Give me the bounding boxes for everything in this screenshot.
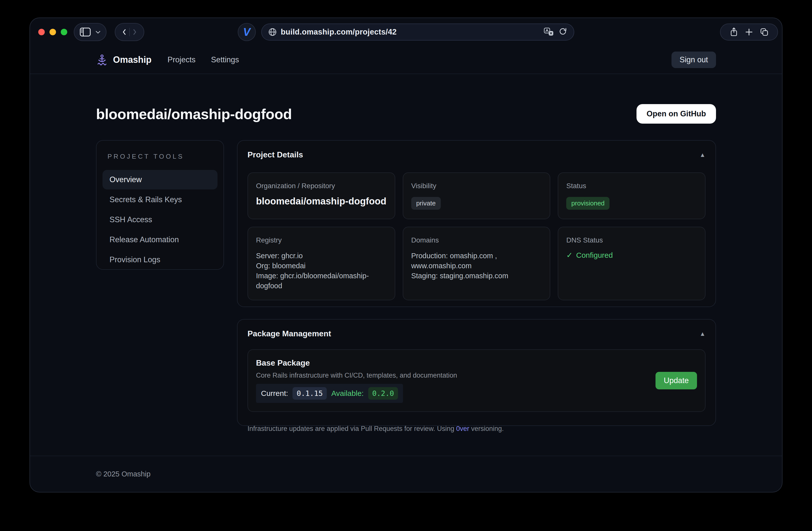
sidebar-item-ssh-access[interactable]: SSH Access (102, 210, 218, 229)
sidebar-item-secrets-rails-keys[interactable]: Secrets & Rails Keys (102, 190, 218, 209)
update-button[interactable]: Update (655, 372, 697, 389)
history-nav-group (115, 23, 144, 41)
sidebar-panel-icon (80, 28, 91, 37)
share-button[interactable] (730, 27, 738, 37)
registry-card: Registry Server: ghcr.io Org: bloomedai … (247, 227, 395, 300)
base-package-description: Core Rails infrastructure with CI/CD, te… (256, 372, 648, 379)
favicon-letter: V (243, 26, 250, 38)
open-on-github-button[interactable]: Open on GitHub (637, 104, 716, 124)
status-badge: provisioned (566, 197, 609, 210)
globe-icon (268, 28, 277, 36)
copyright-text: © 2025 Omaship (96, 470, 150, 478)
sidebar-header: PROJECT TOOLS (107, 153, 218, 160)
page-content: bloomedai/omaship-dogfood Open on GitHub… (30, 74, 782, 456)
sidebar-item-provision-logs[interactable]: Provision Logs (102, 250, 218, 269)
project-details-title: Project Details (247, 150, 303, 159)
org-repo-label: Organization / Repository (256, 182, 387, 190)
project-tools-sidebar: PROJECT TOOLS Overview Secrets & Rails K… (96, 140, 224, 270)
window-controls (38, 29, 67, 35)
dns-status-value: Configured (576, 251, 613, 260)
new-tab-button[interactable] (745, 28, 753, 36)
domains-label: Domains (411, 236, 542, 244)
visibility-label: Visibility (411, 182, 542, 190)
anchor-logo-icon (96, 54, 108, 66)
current-version-chip: 0.1.15 (292, 387, 327, 400)
forward-button[interactable] (133, 29, 137, 35)
close-window-button[interactable] (38, 29, 45, 35)
domains-staging: Staging: staging.omaship.com (411, 271, 542, 281)
package-note: Infrastructure updates are applied via P… (247, 425, 706, 433)
translate-icon[interactable] (544, 28, 554, 37)
project-details-panel: Project Details ▲ Organization / Reposit… (237, 140, 716, 307)
tab-actions-group (720, 24, 778, 41)
registry-org: Org: bloomedai (256, 261, 387, 271)
version-strip: Current: 0.1.15 Available: 0.2.0 (256, 384, 403, 403)
divider (129, 28, 130, 36)
dns-status-label: DNS Status (566, 236, 697, 244)
package-management-title: Package Management (247, 329, 331, 338)
status-card: Status provisioned (558, 172, 706, 219)
app-footer: © 2025 Omaship (30, 456, 782, 492)
brand-name: Omaship (113, 55, 151, 65)
page-title: bloomedai/omaship-dogfood (96, 106, 292, 122)
note-suffix: versioning. (469, 425, 504, 432)
chevron-down-icon (95, 30, 101, 34)
dns-status-card: DNS Status ✓ Configured (558, 227, 706, 300)
url-text: build.omaship.com/projects/42 (281, 28, 540, 37)
available-version-chip: 0.2.0 (368, 387, 398, 400)
collapse-triangle-icon[interactable]: ▲ (699, 331, 706, 337)
current-version-label: Current: (261, 389, 288, 397)
sidebar-item-release-automation[interactable]: Release Automation (102, 230, 218, 250)
sidebar-toggle-button[interactable] (74, 23, 106, 41)
base-package-card: Base Package Core Rails infrastructure w… (247, 349, 706, 412)
visibility-badge: private (411, 197, 441, 210)
back-button[interactable] (122, 29, 126, 35)
tab-overview-button[interactable] (760, 28, 768, 36)
registry-label: Registry (256, 236, 387, 244)
reload-button[interactable] (559, 28, 567, 36)
check-icon: ✓ (566, 251, 572, 260)
note-prefix: Infrastructure updates are applied via P… (247, 425, 456, 432)
domains-card: Domains Production: omaship.com , www.om… (403, 227, 551, 300)
sign-out-button[interactable]: Sign out (671, 52, 716, 68)
nav-link-projects[interactable]: Projects (168, 55, 195, 64)
org-repo-card: Organization / Repository bloomedai/omas… (247, 172, 395, 219)
registry-image: Image: ghcr.io/bloomedai/omaship-dogfood (256, 271, 387, 291)
registry-server: Server: ghcr.io (256, 251, 387, 261)
minimize-window-button[interactable] (49, 29, 56, 35)
available-version-label: Available: (331, 389, 364, 397)
0ver-link[interactable]: 0ver (456, 425, 469, 432)
app-navbar: Omaship Projects Settings Sign out (30, 46, 782, 74)
sidebar-item-overview[interactable]: Overview (102, 170, 218, 190)
domains-production: Production: omaship.com , www.omaship.co… (411, 251, 542, 271)
address-bar[interactable]: build.omaship.com/projects/42 (261, 24, 574, 41)
browser-window: V build.omaship.com/projects/42 (29, 17, 783, 492)
org-repo-value: bloomedai/omaship-dogfood (256, 196, 387, 207)
browser-toolbar: V build.omaship.com/projects/42 (30, 18, 782, 46)
fullscreen-window-button[interactable] (61, 29, 67, 35)
nav-link-settings[interactable]: Settings (211, 55, 239, 64)
brand[interactable]: Omaship (96, 54, 151, 66)
site-favicon[interactable]: V (238, 23, 256, 41)
visibility-card: Visibility private (403, 172, 551, 219)
collapse-triangle-icon[interactable]: ▲ (699, 152, 706, 158)
base-package-name: Base Package (256, 358, 648, 367)
package-management-panel: Package Management ▲ Base Package Core R… (237, 319, 716, 426)
status-label: Status (566, 182, 697, 190)
